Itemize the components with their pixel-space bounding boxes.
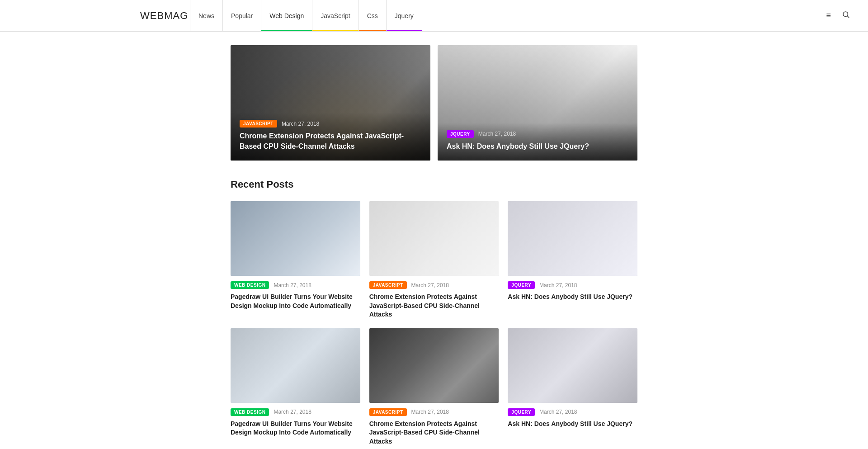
post-3-date: March 27, 2018 [539,282,577,288]
nav-javascript[interactable]: JavaScript [312,0,359,31]
post-2-meta: JAVASCRIPT March 27, 2018 [369,281,499,289]
posts-grid: WEB DESIGN March 27, 2018 Pagedraw UI Bu… [231,201,637,446]
nav-icons: ≡ [826,10,850,21]
logo-mag: MAG [164,10,188,21]
post-6-badge: JQUERY [508,408,535,416]
post-3-meta: JQUERY March 27, 2018 [508,281,637,289]
post-3-badge: JQUERY [508,281,535,289]
post-2-badge: JAVASCRIPT [369,281,407,289]
post-card-4[interactable]: WEB DESIGN March 27, 2018 Pagedraw UI Bu… [231,328,360,446]
post-5-date: March 27, 2018 [411,409,449,415]
post-card-5[interactable]: JAVASCRIPT March 27, 2018 Chrome Extensi… [369,328,499,446]
post-card-3[interactable]: JQUERY March 27, 2018 Ask HN: Does Anybo… [508,201,637,319]
navigation: WEBMAG News Popular Web Design JavaScrip… [0,0,868,32]
hero-1-badge: JAVASCRIPT [240,120,277,128]
main-content: JAVASCRIPT March 27, 2018 Chrome Extensi… [231,32,637,449]
post-4-badge: WEB DESIGN [231,408,269,416]
post-5-badge: JAVASCRIPT [369,408,407,416]
post-1-date: March 27, 2018 [274,282,311,288]
hero-card-2-overlay: JQUERY March 27, 2018 Ask HN: Does Anybo… [438,123,637,161]
search-icon [842,10,850,21]
post-5-image [369,328,499,403]
hero-card-2[interactable]: JQUERY March 27, 2018 Ask HN: Does Anybo… [438,45,637,161]
site-logo[interactable]: WEBMAG [140,10,188,22]
post-3-image [508,201,637,276]
post-card-2[interactable]: JAVASCRIPT March 27, 2018 Chrome Extensi… [369,201,499,319]
hero-2-date: March 27, 2018 [478,131,516,137]
post-card-6[interactable]: JQUERY March 27, 2018 Ask HN: Does Anybo… [508,328,637,446]
hero-2-title: Ask HN: Does Anybody Still Use JQuery? [447,142,628,151]
post-2-date: March 27, 2018 [411,282,449,288]
post-2-title: Chrome Extension Protects Against JavaSc… [369,293,499,319]
post-4-date: March 27, 2018 [274,409,311,415]
post-4-image [231,328,360,403]
search-button[interactable] [842,10,850,21]
post-1-image [231,201,360,276]
hero-1-title: Chrome Extension Protects Against JavaSc… [240,131,421,151]
post-3-title: Ask HN: Does Anybody Still Use JQuery? [508,293,637,302]
post-6-image [508,328,637,403]
post-1-badge: WEB DESIGN [231,281,269,289]
post-5-title: Chrome Extension Protects Against JavaSc… [369,420,499,446]
recent-posts-section: Recent Posts WEB DESIGN March 27, 2018 P… [231,179,637,446]
nav-css[interactable]: Css [359,0,387,31]
nav-jquery[interactable]: Jquery [387,0,422,31]
post-card-1[interactable]: WEB DESIGN March 27, 2018 Pagedraw UI Bu… [231,201,360,319]
menu-button[interactable]: ≡ [826,11,831,20]
post-5-meta: JAVASCRIPT March 27, 2018 [369,408,499,416]
post-4-meta: WEB DESIGN March 27, 2018 [231,408,360,416]
post-1-title: Pagedraw UI Builder Turns Your Website D… [231,293,360,310]
nav-news[interactable]: News [190,0,223,31]
hero-card-1[interactable]: JAVASCRIPT March 27, 2018 Chrome Extensi… [231,45,430,161]
recent-posts-title: Recent Posts [231,179,637,190]
post-6-title: Ask HN: Does Anybody Still Use JQuery? [508,420,637,429]
logo-web: WEB [140,10,164,21]
card-meta-1: JAVASCRIPT March 27, 2018 [240,120,421,128]
hero-2-badge: JQUERY [447,130,474,138]
card-meta-2: JQUERY March 27, 2018 [447,130,628,138]
nav-popular[interactable]: Popular [223,0,261,31]
post-2-image [369,201,499,276]
nav-links: News Popular Web Design JavaScript Css J… [190,0,422,31]
hero-1-date: March 27, 2018 [282,121,319,127]
post-6-meta: JQUERY March 27, 2018 [508,408,637,416]
post-1-meta: WEB DESIGN March 27, 2018 [231,281,360,289]
menu-icon: ≡ [826,11,831,20]
svg-line-1 [847,16,849,17]
hero-card-1-overlay: JAVASCRIPT March 27, 2018 Chrome Extensi… [231,113,430,161]
post-6-date: March 27, 2018 [539,409,577,415]
hero-grid: JAVASCRIPT March 27, 2018 Chrome Extensi… [231,45,637,161]
post-4-title: Pagedraw UI Builder Turns Your Website D… [231,420,360,437]
nav-webdesign[interactable]: Web Design [261,0,312,31]
